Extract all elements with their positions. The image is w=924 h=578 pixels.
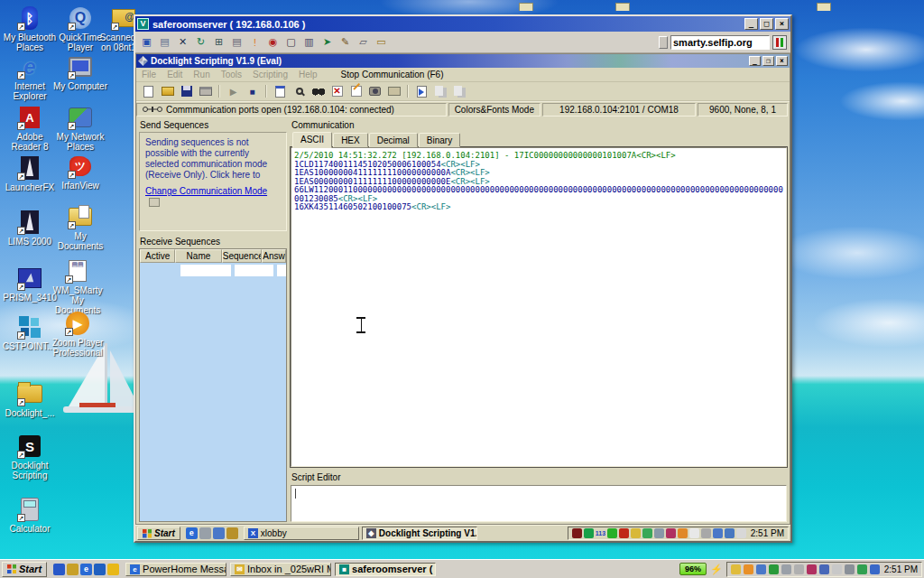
ctrl-alt-del-icon[interactable]: ⊞ (211, 34, 226, 50)
remote-quicklaunch-pen-icon[interactable] (226, 527, 238, 539)
host-quicklaunch-pencil-icon[interactable] (67, 564, 79, 575)
host-tray-network-icon[interactable] (819, 564, 829, 574)
desktop-icon-computer[interactable]: ↗My Computer (52, 54, 108, 91)
script-editor-input[interactable] (291, 485, 787, 522)
remote-quicklaunch-display-icon[interactable] (213, 527, 225, 539)
close-button[interactable]: × (775, 18, 789, 30)
remote-tray-drop-icon[interactable] (642, 528, 652, 538)
host-tray-browser-icon[interactable] (870, 564, 880, 574)
find-icon[interactable] (291, 85, 307, 98)
stop-icon[interactable]: ■ (245, 85, 260, 98)
remote-tray-113-icon[interactable]: 113 (596, 528, 605, 538)
menu-file[interactable]: File (142, 70, 156, 79)
host-tray-search-icon[interactable] (781, 564, 791, 574)
host-quicklaunch-app-blue-icon[interactable] (53, 564, 65, 575)
host-tray-display-icon[interactable] (756, 564, 766, 574)
alert-icon[interactable]: ! (247, 34, 263, 50)
remote-minimize-button[interactable]: _ (749, 56, 761, 66)
remote-tray-green-ball-icon[interactable] (607, 528, 617, 538)
desktop-icon-mydocs[interactable]: ↗My Documents (52, 204, 108, 251)
remote-quicklaunch-doc-icon[interactable] (199, 527, 211, 539)
connection-options-icon[interactable]: ▣ (139, 34, 154, 50)
folder-icon[interactable] (386, 85, 402, 98)
tools-icon[interactable]: ✕ (175, 34, 190, 50)
desktop-icon-ie[interactable]: e↗Internet Explorer (2, 54, 58, 101)
region-icon[interactable]: ▱ (356, 34, 371, 50)
tab-hex[interactable]: HEX (333, 133, 368, 147)
host-tray-shield-icon[interactable] (807, 564, 817, 574)
host-tray-power-icon[interactable] (857, 564, 867, 574)
host-tray-mail-icon[interactable] (731, 564, 741, 574)
receive-sequence-empty-row[interactable] (140, 265, 286, 276)
refresh-icon[interactable]: ↻ (193, 34, 208, 50)
remote-tray-net-display-icon[interactable] (725, 528, 735, 538)
remote-quicklaunch-ie-icon[interactable]: e (186, 527, 198, 539)
new-connection-icon[interactable]: ▤ (157, 34, 172, 50)
address-expander-button[interactable] (659, 36, 668, 49)
export-icon[interactable] (414, 85, 430, 98)
host-tray-update-icon[interactable] (845, 564, 855, 574)
column-header-active[interactable]: Active (140, 249, 175, 263)
remote-tray-splat-icon[interactable] (619, 528, 629, 538)
remote-tray-display-icon[interactable] (713, 528, 723, 538)
desktop-icon-bluetooth[interactable]: ᛒ↗My Bluetooth Places (2, 5, 58, 52)
host-task-vnc[interactable]: ■saferoomserver ( 192... (335, 563, 436, 576)
menu-help[interactable]: Help (299, 70, 318, 79)
communication-monitor[interactable]: 2/5/2010 14:51:32.272 [192.168.0.104:210… (291, 147, 787, 467)
binoculars-icon[interactable] (310, 85, 326, 98)
edit-icon[interactable] (348, 85, 364, 98)
new-icon[interactable] (141, 85, 156, 98)
maximize-button[interactable]: □ (760, 18, 773, 30)
file-transfer-icon[interactable]: ▭ (374, 34, 389, 50)
remote-tray-speaker-icon[interactable] (736, 528, 746, 538)
status-port[interactable]: 192.168.0.104:2101 / COM18 (542, 103, 696, 117)
remote-restore-button[interactable]: ❐ (762, 56, 774, 66)
desktop-icon-adobe[interactable]: A↗Adobe Reader 8 (2, 105, 58, 152)
print-icon[interactable] (198, 85, 213, 98)
remote-tray-tablet-icon[interactable] (654, 528, 664, 538)
host-quicklaunch-media-icon[interactable] (94, 564, 106, 575)
tab-ascii[interactable]: ASCII (292, 132, 332, 148)
host-tray-reminder-icon[interactable] (744, 564, 753, 574)
host-tray-mouse-icon[interactable] (794, 564, 804, 574)
tab-decimal[interactable]: Decimal (369, 133, 418, 147)
desktop-icon-shuttle[interactable]: ↗LauncherFX (2, 155, 58, 192)
remote-tray-task-icon[interactable] (701, 528, 711, 538)
remote-tray-eye-icon[interactable] (631, 528, 641, 538)
menu-run[interactable]: Run (193, 70, 209, 79)
copy-icon[interactable] (452, 85, 467, 98)
name-cell[interactable] (180, 265, 230, 276)
remote-tray-volume-icon[interactable] (678, 528, 688, 538)
host-task-mail[interactable]: ✉Inbox in _025wRI Mail - ... (230, 563, 331, 576)
play-icon[interactable]: ▶ (226, 85, 241, 98)
remote-tray-shield-icon[interactable] (666, 528, 676, 538)
remote-start-button[interactable]: Start (137, 527, 180, 540)
transfer-icon[interactable]: ➤ (319, 34, 335, 50)
tab-binary[interactable]: Binary (419, 133, 460, 147)
host-tray-mute-icon[interactable] (832, 564, 842, 574)
remote-task-docklight[interactable]: ◆Docklight Scripting V1... (362, 527, 477, 540)
pen-icon[interactable]: ✎ (337, 34, 353, 50)
minimize-button[interactable]: _ (744, 18, 758, 30)
desktop-icon-wmdoc[interactable]: ▤▤↗WM_SMarty My Documents (50, 258, 106, 315)
open-icon[interactable] (160, 85, 175, 98)
desktop-icon-shuttle[interactable]: ↗LIMS 2000 (2, 210, 58, 247)
remote-tray-tv-icon[interactable] (584, 528, 594, 538)
screen-icon[interactable]: ▥ (301, 34, 317, 50)
vnc-address-input[interactable] (670, 35, 770, 50)
host-task-ie[interactable]: ePowerHome Messageboa... (125, 563, 226, 576)
remote-tray-pointer-icon[interactable] (689, 528, 699, 538)
desktop-icon-calc[interactable]: ↗Calculator (2, 497, 58, 534)
props-icon[interactable] (273, 85, 288, 98)
menu-tools[interactable]: Tools (221, 70, 242, 79)
status-mode[interactable]: Colors&Fonts Mode (448, 103, 541, 117)
menu-stop-communication[interactable]: Stop Communication (F6) (341, 70, 444, 79)
receive-sequences-table[interactable]: ActiveNameSequenceAnswer (139, 248, 287, 522)
fullscreen-icon[interactable]: ▢ (283, 34, 299, 50)
change-communication-mode-link[interactable]: Change Communication Mode (145, 186, 267, 197)
desktop-icon-irfan[interactable]: ツ↗IrfanView (52, 154, 108, 191)
docklight-title-bar[interactable]: Docklight Scripting V1.9 (Eval) _ ❐ × (136, 54, 790, 68)
save-icon[interactable] (179, 85, 194, 98)
desktop-icon-folder[interactable]: ↗Docklight_... (2, 381, 58, 418)
host-quicklaunch-ie-icon[interactable]: e (80, 564, 92, 575)
